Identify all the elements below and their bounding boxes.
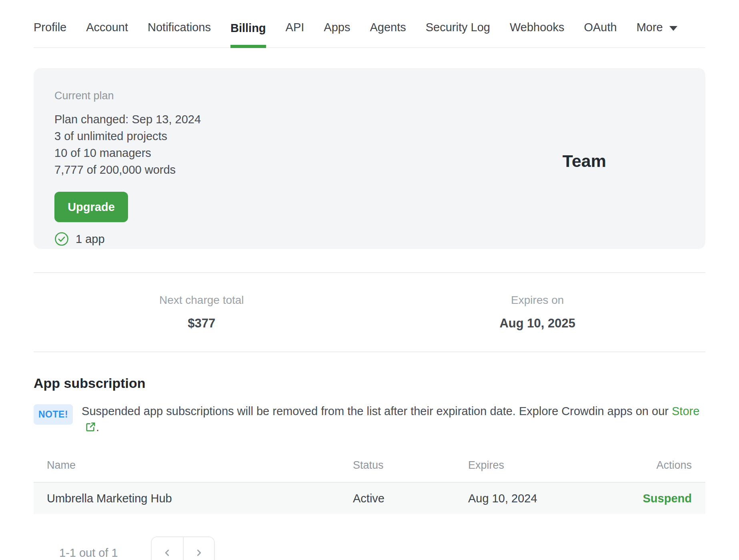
- app-subscription-title: App subscription: [34, 375, 705, 391]
- store-link[interactable]: Store: [672, 405, 699, 417]
- tab-webhooks[interactable]: Webhooks: [510, 21, 565, 47]
- subscription-status: Active: [353, 492, 468, 505]
- current-plan-card: Current plan Plan changed: Sep 13, 2024 …: [34, 68, 705, 249]
- tab-agents[interactable]: Agents: [370, 21, 406, 47]
- subscription-name: Umbrella Marketing Hub: [47, 492, 353, 505]
- chevron-down-icon: [669, 26, 677, 31]
- app-subscription-section: App subscription NOTE! Suspended app sub…: [34, 375, 705, 560]
- note-text: Suspended app subscriptions will be remo…: [82, 403, 705, 435]
- next-charge-block: Next charge total $377: [34, 294, 370, 331]
- settings-tabs: Profile Account Notifications Billing AP…: [34, 0, 705, 48]
- tab-more-label: More: [637, 21, 663, 34]
- table-header-row: Name Status Expires Actions: [34, 451, 705, 483]
- expires-on-value: Aug 10, 2025: [370, 316, 706, 331]
- table-row: Umbrella Marketing Hub Active Aug 10, 20…: [34, 483, 705, 514]
- external-link-icon: [85, 422, 96, 432]
- tab-api[interactable]: API: [286, 21, 304, 47]
- column-header-name: Name: [47, 459, 353, 472]
- next-page-button[interactable]: [183, 537, 214, 560]
- tab-account[interactable]: Account: [86, 21, 128, 47]
- current-plan-label: Current plan: [54, 90, 683, 102]
- next-charge-label: Next charge total: [34, 294, 370, 307]
- plan-name: Team: [563, 151, 606, 171]
- column-header-actions: Actions: [656, 459, 692, 472]
- tab-billing[interactable]: Billing: [230, 22, 266, 48]
- billing-summary: Next charge total $377 Expires on Aug 10…: [34, 273, 705, 331]
- billing-settings-page: Profile Account Notifications Billing AP…: [0, 0, 739, 560]
- subscription-expires: Aug 10, 2024: [468, 492, 643, 505]
- expires-on-block: Expires on Aug 10, 2025: [370, 294, 706, 331]
- pagination-summary: 1-1 out of 1: [59, 546, 118, 560]
- note-text-suffix: .: [96, 421, 99, 434]
- tab-apps[interactable]: Apps: [324, 21, 350, 47]
- section-divider: [34, 351, 705, 352]
- upgrade-button[interactable]: Upgrade: [54, 192, 128, 222]
- pager-buttons: [151, 536, 215, 560]
- tab-notifications[interactable]: Notifications: [148, 21, 211, 47]
- apps-count-label: 1 app: [76, 233, 105, 246]
- chevron-left-icon: [162, 548, 172, 558]
- column-header-status: Status: [353, 459, 468, 472]
- tab-profile[interactable]: Profile: [34, 21, 66, 47]
- projects-usage-line: 3 of unlimited projects: [54, 128, 683, 145]
- tab-oauth[interactable]: OAuth: [584, 21, 617, 47]
- column-header-expires: Expires: [468, 459, 656, 472]
- previous-page-button[interactable]: [152, 537, 183, 560]
- subscription-note: NOTE! Suspended app subscriptions will b…: [34, 403, 705, 435]
- note-badge: NOTE!: [34, 404, 73, 425]
- suspend-link[interactable]: Suspend: [643, 492, 692, 505]
- check-circle-icon: [54, 232, 69, 246]
- plan-changed-line: Plan changed: Sep 13, 2024: [54, 111, 683, 128]
- next-charge-value: $377: [34, 316, 370, 331]
- pagination: 1-1 out of 1: [34, 536, 705, 560]
- expires-on-label: Expires on: [370, 294, 706, 307]
- tab-security-log[interactable]: Security Log: [426, 21, 490, 47]
- chevron-right-icon: [194, 548, 204, 558]
- tab-more[interactable]: More: [637, 21, 677, 47]
- apps-count-row: 1 app: [54, 232, 683, 246]
- note-text-body: Suspended app subscriptions will be remo…: [82, 405, 669, 417]
- subscriptions-table: Name Status Expires Actions Umbrella Mar…: [34, 451, 705, 514]
